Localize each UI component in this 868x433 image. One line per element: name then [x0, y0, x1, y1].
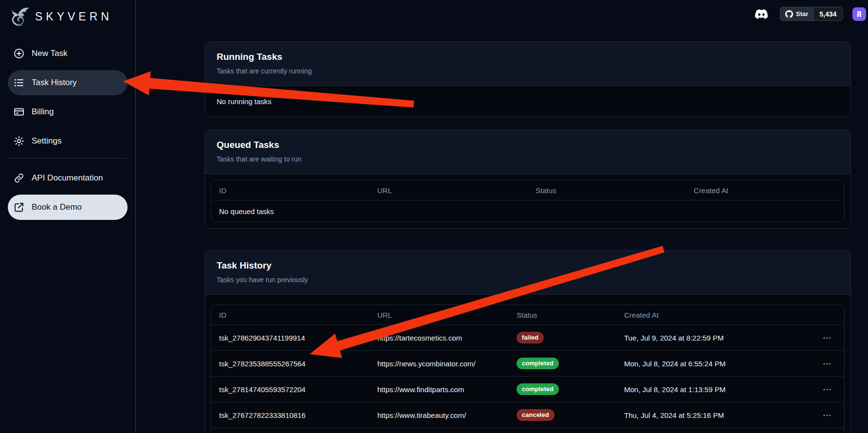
task-history-subtitle: Tasks you have run previously [217, 276, 839, 284]
task-url-cell[interactable]: https://tartecosmetics.com [369, 325, 509, 351]
task-status-cell: completed [509, 428, 616, 433]
task-created-at-cell: Mon, Jul 8, 2024 at 1:13:59 PM [616, 377, 794, 402]
running-tasks-subtitle: Tasks that are currently running [217, 67, 839, 75]
sidebar-item-label: API Documentation [32, 173, 103, 183]
brand-logo: SKYVERN [8, 0, 128, 30]
task-url-cell[interactable]: https://www.finditparts.com [369, 377, 509, 402]
sidebar-item-label: Book a Demo [32, 202, 82, 212]
task-created-at-cell: Thu, Jul 4, 2024 at 5:25:16 PM [616, 402, 794, 428]
sidebar-item-settings[interactable]: Settings [8, 128, 128, 154]
status-badge: canceled [517, 409, 554, 421]
task-history-row[interactable]: tsk_278147405593572204https://www.findit… [211, 377, 844, 402]
task-history-row[interactable]: tsk_276727822333810816https://www.tirabe… [211, 402, 844, 428]
wyvern-logo-icon [8, 5, 30, 28]
sidebar-item-label: Settings [32, 136, 61, 146]
sidebar-item-task-history[interactable]: Task History [8, 70, 128, 95]
sidebar-divider [8, 158, 128, 159]
column-header-actions [794, 305, 844, 325]
status-badge: completed [517, 358, 559, 369]
column-header-created-at: Created At [686, 180, 844, 200]
list-icon [13, 77, 25, 89]
task-status-cell: canceled [509, 402, 616, 428]
task-history-row[interactable]: tsk_274180139292204058https://www.geico.… [211, 428, 844, 433]
queued-empty-text: No queued tasks [211, 200, 844, 222]
brand-name: SKYVERN [35, 10, 112, 23]
column-header-id: ID [211, 180, 369, 200]
task-id-cell[interactable]: tsk_278147405593572204 [211, 377, 369, 402]
main-content: Running Tasks Tasks that are currently r… [136, 0, 868, 433]
queued-table-header-row: IDURLStatusCreated At [211, 180, 844, 200]
status-badge: failed [517, 332, 544, 343]
sidebar: SKYVERN New TaskTask HistoryBillingSetti… [0, 0, 136, 433]
link-icon [13, 172, 25, 184]
status-badge: completed [517, 383, 559, 395]
sidebar-item-label: Billing [32, 107, 54, 117]
column-header-status: Status [509, 305, 616, 325]
queued-tasks-header: Queued Tasks Tasks that are waiting to r… [205, 130, 850, 174]
sidebar-nav-primary: New TaskTask HistoryBillingSettings [8, 41, 128, 154]
queued-empty-row: No queued tasks [211, 200, 844, 222]
task-id-cell[interactable]: tsk_278235388555267564 [211, 351, 369, 377]
task-created-at-cell: Tue, Jul 9, 2024 at 8:22:59 PM [616, 325, 794, 351]
running-tasks-header: Running Tasks Tasks that are currently r… [205, 42, 850, 86]
sidebar-item-label: New Task [32, 49, 67, 58]
queued-tasks-title: Queued Tasks [217, 140, 839, 150]
task-created-at-cell: Thu, Jun 27, 2024 at 8:38:58 PM [616, 428, 794, 433]
task-url-cell[interactable]: https://www.geico.com [369, 428, 509, 433]
task-status-cell: completed [509, 377, 616, 402]
column-header-id: ID [211, 305, 369, 325]
external-link-icon [13, 201, 25, 213]
task-id-cell[interactable]: tsk_278629043741199914 [211, 325, 369, 351]
gear-icon [13, 135, 25, 147]
task-history-table: IDURLStatusCreated At tsk_27862904374119… [211, 305, 845, 433]
ellipsis-icon[interactable]: ⋯ [794, 428, 844, 433]
task-created-at-cell: Mon, Jul 8, 2024 at 6:55:24 PM [616, 351, 794, 377]
sidebar-item-new-task[interactable]: New Task [8, 41, 128, 66]
ellipsis-icon[interactable]: ⋯ [794, 402, 844, 428]
running-tasks-card: Running Tasks Tasks that are currently r… [204, 41, 851, 117]
credit-card-icon [13, 106, 25, 118]
task-history-body: IDURLStatusCreated At tsk_27862904374119… [205, 295, 850, 433]
queued-tasks-body: IDURLStatusCreated At No queued tasks [205, 174, 850, 228]
queued-tasks-card: Queued Tasks Tasks that are waiting to r… [204, 129, 851, 229]
column-header-url: URL [369, 180, 528, 200]
column-header-status: Status [528, 180, 686, 200]
sidebar-item-api-documentation[interactable]: API Documentation [8, 165, 128, 191]
task-history-card: Task History Tasks you have run previous… [204, 250, 851, 433]
task-history-header: Task History Tasks you have run previous… [205, 251, 850, 295]
running-tasks-title: Running Tasks [217, 52, 839, 62]
sidebar-item-book-a-demo[interactable]: Book a Demo [8, 195, 128, 220]
task-url-cell[interactable]: https://news.ycombinator.com/ [369, 351, 509, 377]
history-table-header-row: IDURLStatusCreated At [211, 305, 844, 325]
sidebar-item-label: Task History [32, 78, 77, 88]
task-history-row[interactable]: tsk_278235388555267564https://news.ycomb… [211, 351, 844, 377]
queued-tasks-subtitle: Tasks that are waiting to run [217, 155, 839, 163]
plus-circle-icon [13, 48, 25, 59]
ellipsis-icon[interactable]: ⋯ [794, 377, 844, 402]
task-id-cell[interactable]: tsk_274180139292204058 [211, 428, 369, 433]
running-tasks-empty: No running tasks [205, 86, 850, 117]
running-tasks-body: No running tasks [205, 86, 850, 117]
sidebar-item-billing[interactable]: Billing [8, 99, 128, 125]
task-status-cell: failed [509, 325, 616, 351]
ellipsis-icon[interactable]: ⋯ [794, 325, 844, 351]
task-url-cell[interactable]: https://www.tirabeauty.com/ [369, 402, 509, 428]
task-id-cell[interactable]: tsk_276727822333810816 [211, 402, 369, 428]
task-history-row[interactable]: tsk_278629043741199914https://tartecosme… [211, 325, 844, 351]
sidebar-nav-secondary: API DocumentationBook a Demo [8, 165, 128, 220]
task-history-title: Task History [217, 260, 839, 271]
column-header-url: URL [369, 305, 509, 325]
task-status-cell: completed [509, 351, 616, 377]
column-header-created-at: Created At [616, 305, 794, 325]
ellipsis-icon[interactable]: ⋯ [794, 351, 844, 377]
queued-tasks-table: IDURLStatusCreated At No queued tasks [211, 180, 845, 222]
